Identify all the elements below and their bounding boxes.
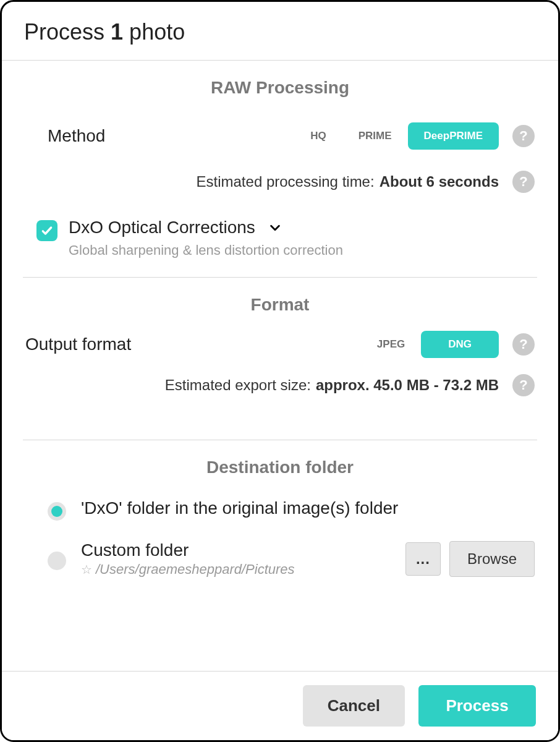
ellipsis-button[interactable]: ... — [405, 542, 441, 576]
processing-time-label: Estimated processing time: — [197, 173, 375, 190]
method-segmented: HQ PRIME DeepPRIME — [294, 122, 499, 150]
title-prefix: Process — [24, 19, 104, 45]
output-format-row: Output format JPEG DNG ? — [2, 331, 558, 358]
dialog-footer: Cancel Process — [2, 671, 558, 740]
optical-corrections-row: DxO Optical Corrections Global sharpenin… — [2, 218, 558, 258]
method-row: Method HQ PRIME DeepPRIME ? — [2, 122, 558, 150]
section-title-destination: Destination folder — [2, 458, 558, 477]
radio-dxo-folder[interactable] — [48, 502, 66, 521]
export-size-value: approx. 45.0 MB - 73.2 MB — [316, 377, 499, 394]
processing-time-row: Estimated processing time: About 6 secon… — [2, 171, 558, 193]
method-label: Method — [48, 126, 105, 146]
process-dialog: Process 1 photo RAW Processing Method HQ… — [0, 0, 560, 742]
dialog-title: Process 1 photo — [24, 19, 536, 45]
section-title-format: Format — [2, 295, 558, 315]
optical-corrections-label: DxO Optical Corrections — [69, 218, 255, 237]
chevron-down-icon[interactable] — [268, 220, 282, 235]
help-icon[interactable]: ? — [512, 374, 535, 396]
help-icon[interactable]: ? — [512, 171, 535, 193]
format-segmented: JPEG DNG — [361, 331, 499, 358]
divider — [23, 277, 537, 278]
radio-dxo-label: 'DxO' folder in the original image(s) fo… — [81, 498, 535, 518]
dialog-header: Process 1 photo — [2, 2, 558, 61]
help-icon[interactable]: ? — [512, 125, 535, 147]
processing-time-value: About 6 seconds — [380, 173, 499, 190]
output-format-label: Output format — [25, 335, 131, 354]
section-title-raw: RAW Processing — [2, 78, 558, 98]
export-size-label: Estimated export size: — [165, 377, 311, 394]
dialog-content[interactable]: RAW Processing Method HQ PRIME DeepPRIME… — [2, 61, 558, 671]
optical-corrections-sub: Global sharpening & lens distortion corr… — [69, 242, 343, 258]
title-count: 1 — [111, 19, 123, 45]
title-suffix: photo — [129, 19, 185, 45]
custom-path: /Users/graemesheppard/Pictures — [96, 561, 295, 578]
star-icon: ☆ — [81, 562, 92, 577]
export-size-row: Estimated export size: approx. 45.0 MB -… — [2, 374, 558, 396]
destination-option-custom-row: Custom folder ☆ /Users/graemesheppard/Pi… — [2, 540, 558, 578]
radio-custom-label: Custom folder — [81, 540, 405, 560]
divider — [23, 440, 537, 440]
process-button[interactable]: Process — [418, 685, 536, 727]
radio-custom-folder[interactable] — [48, 552, 66, 570]
method-option-deepprime[interactable]: DeepPRIME — [408, 122, 499, 150]
method-option-hq[interactable]: HQ — [294, 122, 342, 150]
help-icon[interactable]: ? — [512, 333, 535, 356]
optical-corrections-checkbox[interactable] — [36, 220, 57, 241]
format-option-dng[interactable]: DNG — [421, 331, 499, 358]
cancel-button[interactable]: Cancel — [303, 685, 405, 727]
browse-button[interactable]: Browse — [449, 541, 535, 577]
method-option-prime[interactable]: PRIME — [342, 122, 408, 150]
format-option-jpeg[interactable]: JPEG — [361, 331, 421, 358]
destination-option-dxo-row: 'DxO' folder in the original image(s) fo… — [2, 498, 558, 521]
